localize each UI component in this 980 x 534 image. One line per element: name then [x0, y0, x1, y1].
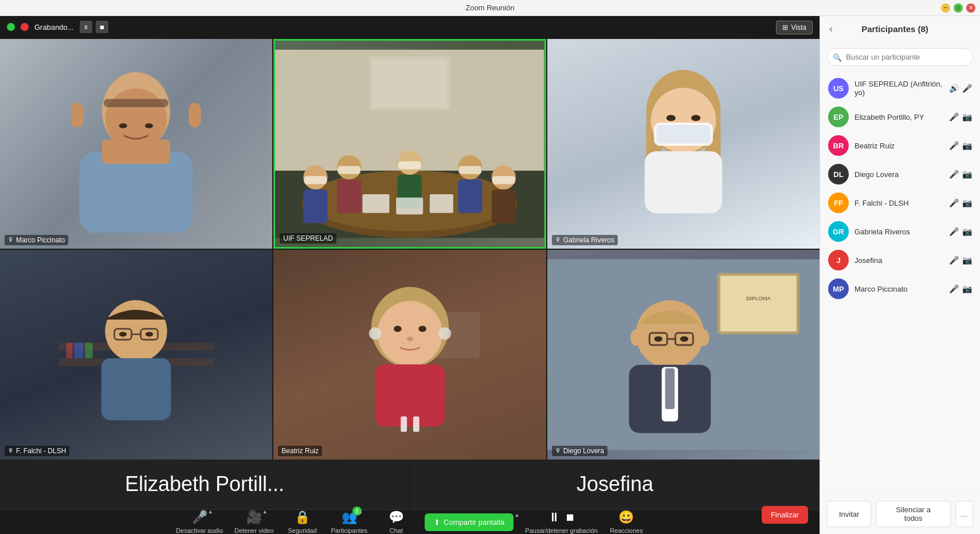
svg-rect-56: [101, 359, 171, 421]
cam-muted-icon: 📷: [962, 256, 972, 265]
cam-muted-icon: 📷: [962, 227, 972, 236]
svg-rect-31: [304, 176, 327, 184]
audio-icon-wrap: 🎤 ▲: [192, 510, 207, 525]
video-cell-diego: DIPLOMA: [547, 250, 820, 460]
avatar: EP: [828, 107, 849, 127]
toolbar-audio[interactable]: 🎤 ▲ Desactivar audio: [176, 510, 223, 534]
close-button[interactable]: ✕: [966, 3, 975, 13]
label-diego: 🎙 Diego Lovera: [552, 446, 607, 456]
participant-icons: 🎤 📷: [949, 284, 972, 293]
invite-button[interactable]: Invitar: [827, 501, 871, 527]
sidebar-footer: Invitar Silenciar a todos …: [820, 493, 980, 534]
grid-icon: ⊞: [782, 23, 788, 32]
name-elizabeth: Elizabeth Portill...: [125, 472, 284, 496]
stop-rec-icon: ⏹: [565, 512, 575, 524]
mic-muted-icon: 🎤: [949, 141, 959, 150]
lock-icon: 🔒: [295, 510, 310, 525]
sidebar-header: ‹ Participantes (8): [820, 16, 980, 42]
svg-rect-6: [104, 99, 168, 107]
participant-name: Diego Lovera: [854, 170, 943, 179]
svg-rect-9: [72, 103, 84, 127]
svg-rect-67: [413, 417, 419, 432]
mic-muted-icon: 🎤: [949, 227, 959, 236]
video-cell-gabriela: 🎙 Gabriela Riveros: [547, 39, 820, 249]
avatar: J: [828, 250, 849, 270]
participants-label: Participantes: [331, 527, 368, 534]
toolbar: 🎤 ▲ Desactivar audio 🎥 ▲ Detener video: [0, 509, 820, 534]
svg-rect-65: [375, 365, 445, 427]
svg-rect-48: [74, 343, 83, 359]
list-item: US UIF SEPRELAD (Anfitrión, yo) 🔊 🎤: [820, 74, 980, 103]
avatar: MP: [828, 278, 849, 299]
video-area: Grabando... ⏸ ⏹ ⊞ Vista: [0, 16, 820, 534]
share-icon-wrap: ⬆ Compartir pantalla ▲: [425, 513, 513, 531]
cam-muted-icon: 📷: [962, 112, 972, 121]
security-label: Seguridad: [288, 527, 316, 534]
svg-rect-15: [373, 60, 446, 107]
svg-rect-41: [656, 125, 711, 144]
list-item: FF F. Falchi - DLSH 🎤 📷: [820, 189, 980, 217]
toolbar-share[interactable]: ⬆ Compartir pantalla ▲: [425, 513, 513, 531]
svg-point-63: [369, 328, 381, 340]
cam-muted-icon: 📷: [962, 284, 972, 293]
sidebar-title: Participantes (8): [861, 24, 928, 34]
svg-rect-30: [430, 194, 453, 213]
svg-rect-21: [337, 179, 361, 213]
participants-arrow: ▲: [358, 509, 363, 515]
emoji-icon: 😀: [618, 510, 634, 525]
svg-rect-10: [189, 103, 201, 127]
more-options-button[interactable]: …: [955, 501, 973, 527]
toolbar-reactions[interactable]: 😀 Reacciones: [609, 510, 644, 534]
stop-recording-button[interactable]: ⏹: [96, 21, 108, 33]
participant-icons: 🎤 📷: [949, 141, 972, 150]
search-input[interactable]: [827, 48, 973, 66]
video-label: Detener video: [234, 527, 274, 534]
video-cell-falchi: 🎙 F. Falchi - DLSH: [0, 250, 272, 460]
video-icon-wrap: 🎥 ▲: [246, 510, 262, 525]
participant-icons: 🎤 📷: [949, 112, 972, 121]
svg-rect-29: [397, 198, 424, 214]
toolbar-chat[interactable]: 💬 Chat: [379, 510, 413, 534]
pause-recording-button[interactable]: ⏸: [80, 21, 92, 33]
finalizar-button[interactable]: Finalizar: [762, 506, 808, 524]
chat-icon: 💬: [389, 510, 404, 525]
svg-point-43: [691, 115, 700, 121]
svg-point-42: [667, 115, 676, 121]
svg-rect-33: [398, 161, 421, 169]
participant-search-box: 🔍: [827, 48, 973, 66]
svg-point-55: [146, 332, 154, 337]
name-panel-elizabeth: Elizabeth Portill...: [0, 460, 409, 509]
share-screen-button[interactable]: ⬆ Compartir pantalla: [425, 513, 513, 531]
status-dot-red: [21, 23, 29, 31]
recording-controls: ⏸ ⏹: [80, 21, 108, 33]
toolbar-pauserec[interactable]: ⏸ ⏹ Pausar/detener grabación: [525, 510, 598, 534]
list-item: DL Diego Lovera 🎤 📷: [820, 160, 980, 189]
label-gabriela: 🎙 Gabriela Riveros: [552, 235, 618, 245]
label-beatriz: Beatriz Ruiz: [278, 446, 322, 456]
vista-button[interactable]: ⊞ Vista: [776, 21, 813, 34]
meeting-room-bg: [275, 41, 544, 247]
minimize-button[interactable]: −: [941, 3, 950, 13]
svg-rect-44: [645, 152, 722, 214]
svg-point-61: [418, 326, 426, 332]
toolbar-security[interactable]: 🔒 Seguridad: [285, 510, 320, 534]
participants-icon-wrap: 👥 8 ▲: [342, 510, 357, 525]
svg-point-7: [119, 124, 127, 128]
mute-all-button[interactable]: Silenciar a todos: [876, 501, 951, 527]
maximize-button[interactable]: □: [954, 3, 963, 13]
toolbar-participants[interactable]: 👥 8 ▲ Participantes: [331, 510, 368, 534]
main-video-grid: 🎙 Marco Piccinato: [0, 16, 820, 460]
avatar: DL: [828, 164, 849, 184]
mic-muted-icon: 🎤: [949, 284, 959, 293]
svg-rect-27: [492, 190, 516, 223]
svg-rect-71: [720, 276, 796, 331]
chat-label: Chat: [389, 527, 402, 534]
list-item: J Josefina 🎤 📷: [820, 246, 980, 274]
chat-icon-wrap: 💬: [389, 510, 404, 525]
mic-icon: 🎤: [192, 510, 207, 525]
svg-rect-35: [492, 176, 515, 184]
toolbar-video[interactable]: 🎥 ▲ Detener video: [234, 510, 274, 534]
participant-name: UIF SEPRELAD (Anfitrión, yo): [854, 80, 943, 97]
svg-point-77: [654, 336, 662, 342]
sidebar-back-button[interactable]: ‹: [829, 23, 833, 35]
